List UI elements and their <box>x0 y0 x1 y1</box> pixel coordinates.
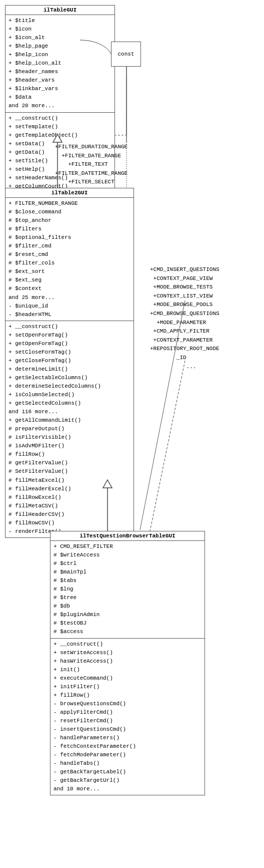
il-table2-gui-methods: + __construct() + setOpenFormTag() + get… <box>6 321 134 537</box>
right-constants-list: +CMD_INSERT_QUESTIONS +CONTEXT_PAGE_VIEW… <box>150 265 220 371</box>
il-table-gui-title: ilTableGUI <box>6 6 114 15</box>
il-test-question-browser-table-gui-box: ilTestQuestionBrowserTableGUI + CMD_RESE… <box>50 531 205 795</box>
il-test-question-browser-table-gui-methods: + __construct() + setWriteAccess() + has… <box>50 639 204 795</box>
il-test-question-browser-table-gui-attributes: + CMD_RESET_FILTER # $writeAccess # $ctr… <box>50 541 204 639</box>
svg-line-16 <box>150 361 185 531</box>
il-test-question-browser-table-gui-title: ilTestQuestionBrowserTableGUI <box>50 531 204 541</box>
const-label: const <box>118 51 134 57</box>
il-table-gui-attributes: + $title + $icon + $icon_alt + $help_pag… <box>6 15 114 113</box>
il-table2-gui-title: ilTable2GUI <box>6 188 134 198</box>
il-table2-gui-attributes: + FILTER_NUMBER_RANGE # $close_command #… <box>6 198 134 321</box>
il-table2-gui-box: ilTable2GUI + FILTER_NUMBER_RANGE # $clo… <box>5 188 134 538</box>
const-box: const <box>111 42 141 67</box>
diagram-container: ilTableGUI + $title + $icon + $icon_alt … <box>0 0 264 868</box>
